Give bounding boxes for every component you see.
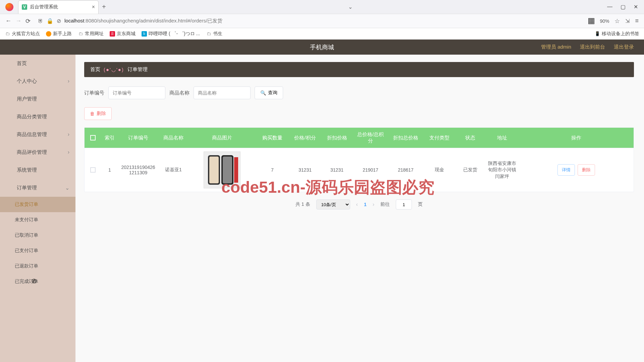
th-product-image: 商品图片 bbox=[189, 128, 256, 148]
address-bar: ← → ⟳ ⛨ 🔒 ⊘ localhost:8080/shoujishangch… bbox=[0, 14, 644, 28]
logout-link[interactable]: 退出登录 bbox=[614, 44, 634, 50]
sidebar-item-category[interactable]: 商品分类管理 bbox=[0, 108, 75, 126]
search-button[interactable]: 🔍 查询 bbox=[255, 86, 283, 99]
sidebar: 首页 个人中心 用户管理 商品分类管理 商品信息管理 商品评价管理 系统管理 订… bbox=[0, 55, 75, 362]
to-frontend-link[interactable]: 退出到前台 bbox=[580, 44, 605, 50]
sidebar-sub-unpaid[interactable]: 未支付订单 bbox=[0, 212, 75, 228]
sidebar-item-product[interactable]: 商品信息管理 bbox=[0, 126, 75, 143]
breadcrumb-emoji: (●'◡'●) bbox=[104, 67, 124, 73]
svg-rect-4 bbox=[234, 157, 238, 183]
pagination-total: 共 1 条 bbox=[296, 201, 310, 207]
breadcrumb: 首页 (●'◡'●) 订单管理 bbox=[84, 62, 634, 77]
bookmark-bilibili[interactable]: b哔哩哔哩 ( ゜- ゜)つロ ... bbox=[142, 31, 200, 37]
th-product-name: 商品名称 bbox=[158, 128, 189, 148]
sidebar-sub-paid[interactable]: 已支付订单 bbox=[0, 243, 75, 258]
sidebar-item-order[interactable]: 订单管理 bbox=[0, 179, 75, 197]
shield-icon[interactable]: ⛨ bbox=[38, 18, 43, 24]
sidebar-item-user[interactable]: 用户管理 bbox=[0, 90, 75, 108]
bookmark-shusheng[interactable]: 🗀书生 bbox=[206, 31, 222, 37]
cell-product-name: 诺基亚1 bbox=[158, 148, 189, 192]
th-discount: 折扣价格 bbox=[321, 128, 353, 148]
tab-title: 后台管理系统 bbox=[30, 4, 89, 10]
sidebar-sub-shipped[interactable]: 已发货订单 bbox=[0, 197, 75, 212]
back-button[interactable]: ← bbox=[5, 17, 11, 24]
menu-icon[interactable]: ≡ bbox=[635, 17, 639, 24]
permissions-icon[interactable]: ⊘ bbox=[57, 18, 61, 24]
bilibili-icon: b bbox=[142, 31, 147, 37]
order-no-input[interactable] bbox=[108, 86, 165, 99]
bookmark-newbie[interactable]: 新手上路 bbox=[46, 31, 72, 37]
cell-total-price: 219017 bbox=[353, 148, 388, 192]
th-operations: 操作 bbox=[519, 128, 634, 148]
reload-button[interactable]: ⟳ bbox=[25, 17, 31, 25]
th-total-discount: 折扣总价格 bbox=[388, 128, 423, 148]
cell-address: 陕西省安康市旬阳市小河镇闫家坪 bbox=[485, 148, 519, 192]
cell-product-image bbox=[189, 148, 256, 192]
cell-operations: 详情 删除 bbox=[519, 148, 634, 192]
bookmark-firefox[interactable]: 🗀火狐官方站点 bbox=[5, 31, 40, 37]
minimize-button[interactable]: — bbox=[607, 4, 612, 10]
bookmark-mobile[interactable]: 📱移动设备上的书签 bbox=[595, 31, 639, 37]
folder-icon: 🗀 bbox=[78, 31, 83, 37]
browser-tab[interactable]: V 后台管理系统 × bbox=[18, 0, 99, 14]
new-tab-button[interactable]: + bbox=[102, 3, 106, 11]
breadcrumb-home[interactable]: 首页 bbox=[90, 66, 100, 73]
table-row: 1 20213191904261211309 诺基亚1 7 31231 3123… bbox=[85, 148, 634, 192]
search-icon: 🔍 bbox=[260, 90, 266, 96]
app-title: 手机商城 bbox=[310, 43, 334, 51]
vue-favicon: V bbox=[22, 4, 27, 10]
jump-page-input[interactable] bbox=[396, 199, 412, 209]
row-checkbox[interactable] bbox=[90, 167, 96, 173]
trash-icon: 🗑 bbox=[90, 111, 95, 116]
th-quantity: 购买数量 bbox=[256, 128, 289, 148]
bookmark-star-icon[interactable]: ☆ bbox=[614, 17, 620, 25]
cell-discount: 31231 bbox=[321, 148, 353, 192]
tabs-dropdown-icon[interactable]: ⌄ bbox=[348, 4, 353, 10]
search-button-label: 查询 bbox=[268, 90, 277, 96]
page-size-select[interactable]: 10条/页 bbox=[316, 199, 350, 209]
mobile-icon: 📱 bbox=[595, 31, 600, 37]
bookmark-common[interactable]: 🗀常用网址 bbox=[78, 31, 104, 37]
sidebar-item-system[interactable]: 系统管理 bbox=[0, 161, 75, 179]
maximize-button[interactable]: ▢ bbox=[621, 4, 626, 10]
zoom-level[interactable]: 90% bbox=[600, 18, 609, 24]
cell-price: 31231 bbox=[289, 148, 321, 192]
row-delete-button[interactable]: 删除 bbox=[578, 164, 595, 176]
bookmark-jd[interactable]: 京京东商城 bbox=[110, 31, 136, 37]
batch-delete-button[interactable]: 🗑 删除 bbox=[84, 107, 112, 120]
sidebar-item-review[interactable]: 商品评价管理 bbox=[0, 143, 75, 161]
page-number[interactable]: 1 bbox=[364, 202, 367, 207]
url-box[interactable]: ⛨ 🔒 ⊘ localhost:8080/shoujishangcheng/ad… bbox=[35, 18, 584, 24]
qr-icon[interactable] bbox=[588, 18, 594, 24]
product-name-label: 商品名称 bbox=[169, 90, 190, 96]
extension-icon[interactable]: ⇲ bbox=[625, 18, 630, 24]
content-area: 首页 (●'◡'●) 订单管理 订单编号 商品名称 🔍 查询 🗑 删除 索引 订… bbox=[75, 55, 644, 362]
sidebar-item-personal[interactable]: 个人中心 bbox=[0, 72, 75, 90]
cell-index: 1 bbox=[101, 148, 118, 192]
th-total-price: 总价格/总积分 bbox=[353, 128, 388, 148]
forward-button[interactable]: → bbox=[15, 17, 21, 24]
order-no-label: 订单编号 bbox=[84, 90, 104, 96]
pagination: 共 1 条 10条/页 ‹ 1 › 前往 页 bbox=[84, 199, 634, 209]
product-name-input[interactable] bbox=[194, 86, 251, 99]
admin-label[interactable]: 管理员 admin bbox=[541, 44, 571, 50]
firefox-icon bbox=[5, 3, 13, 11]
sidebar-sub-done[interactable]: 已完成订单 bbox=[0, 274, 75, 289]
select-all-checkbox[interactable] bbox=[90, 135, 96, 140]
url-text: localhost:8080/shoujishangcheng/admin/di… bbox=[64, 18, 222, 24]
lock-icon[interactable]: 🔒 bbox=[47, 18, 53, 24]
product-image bbox=[204, 152, 240, 188]
table-header: 索引 订单编号 商品名称 商品图片 购买数量 价格/积分 折扣价格 总价格/总积… bbox=[85, 128, 634, 148]
next-page-button[interactable]: › bbox=[373, 201, 374, 207]
folder-icon: 🗀 bbox=[5, 31, 10, 37]
svg-rect-1 bbox=[209, 157, 219, 183]
detail-button[interactable]: 详情 bbox=[557, 164, 575, 176]
batch-delete-label: 删除 bbox=[97, 111, 106, 117]
close-tab-icon[interactable]: × bbox=[92, 4, 95, 10]
sidebar-item-home[interactable]: 首页 bbox=[0, 55, 75, 72]
sidebar-sub-cancelled[interactable]: 已取消订单 bbox=[0, 228, 75, 243]
prev-page-button[interactable]: ‹ bbox=[356, 201, 358, 207]
filter-bar: 订单编号 商品名称 🔍 查询 bbox=[84, 86, 634, 99]
sidebar-sub-refunded[interactable]: 已退款订单 bbox=[0, 258, 75, 274]
close-window-button[interactable]: ✕ bbox=[634, 4, 638, 10]
